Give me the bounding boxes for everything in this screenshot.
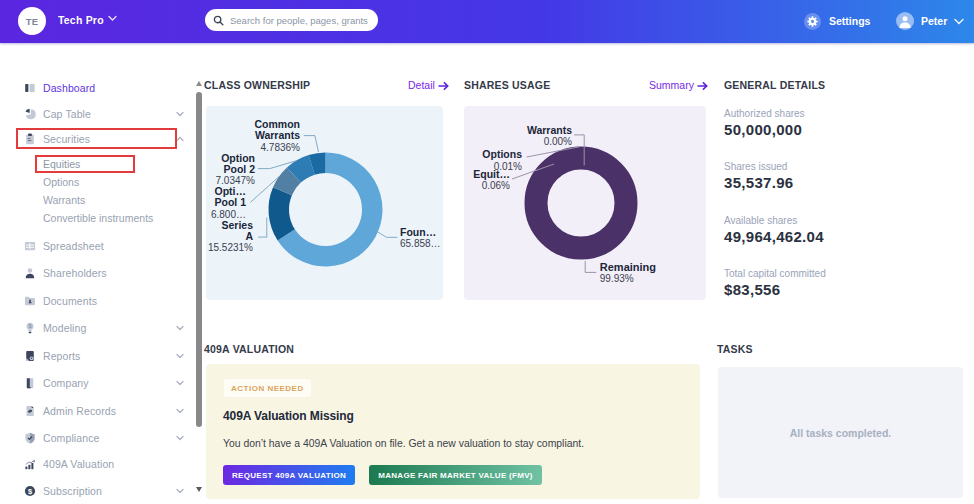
svg-text:$: $ [28,323,31,329]
